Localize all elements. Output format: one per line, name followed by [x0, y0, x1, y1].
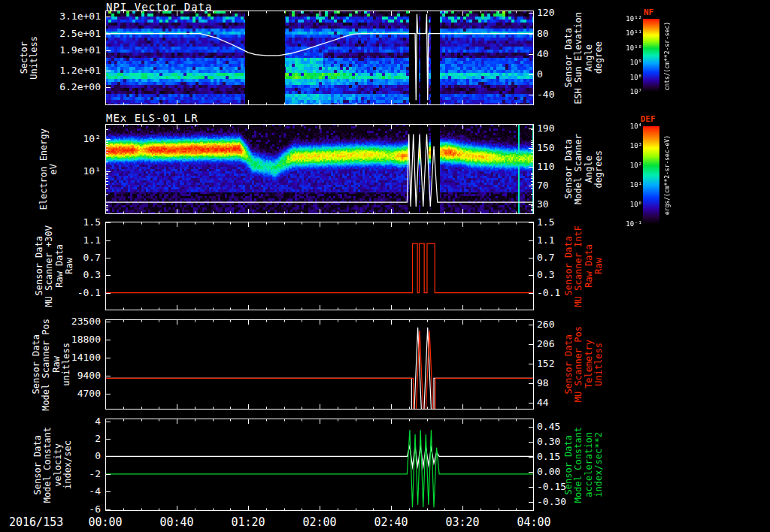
cb2-tick-2: 10²: [615, 162, 642, 169]
panel2-left-axis-label-line1: Electron Energy: [39, 128, 49, 210]
cb1-tick-0: 10¹²: [615, 15, 642, 23]
cb1-tick-5: 10⁷: [615, 88, 642, 95]
x-axis-tick-2: 01:20: [218, 515, 278, 529]
colorbar1-unit: cnts/(cm**2-sr-sec): [665, 8, 671, 105]
panel2-right-axis-label-line4: degrees: [594, 150, 604, 189]
panel5-left-axis-label: Sensor DataModel Constantvelocityindex/s…: [33, 419, 74, 511]
panel2-right-axis-label-line1: Sensor Data: [564, 139, 574, 198]
panel2-right-axis-label: Sensor DataModel ScannerAngledegrees: [564, 124, 605, 214]
colorbar2-title: DEF: [641, 114, 656, 124]
panel1-left-tick-0: 3.1e+01: [44, 11, 101, 22]
cb2-tick-3: 10¹: [615, 181, 642, 189]
panel4-right-tick-1: 206: [537, 338, 554, 349]
panel4-left-axis-label-line4: unitless: [62, 343, 71, 386]
panel1-right-axis-label-line1: Sensor Data: [564, 28, 574, 87]
panel4-right-tick-4: 44: [537, 397, 549, 408]
cb1-tick-1: 10¹¹: [615, 29, 642, 37]
panel4-right-tick-3: 98: [537, 377, 549, 388]
panel1-right-tick-3: 0: [537, 68, 543, 80]
panel3-right-tick-1: 1.1: [537, 234, 554, 246]
panel5-right-tick-0: 0.45: [537, 421, 560, 432]
panel2-right-axis-label-line2: Model Scanner: [574, 134, 584, 204]
colorbar2-canvas: [643, 126, 659, 224]
cb1-tick-2: 10¹⁰: [615, 44, 642, 52]
panel1-right-tick-1: 80: [537, 28, 549, 39]
panel4-right-axis-label: Sensor DataMU Scanner PosTelemetryUnitle…: [564, 319, 605, 410]
panel4-left-axis-label: Sensor DataModel Scanner PosRawunitless: [32, 319, 72, 410]
panel4-right-tick-0: 260: [537, 319, 554, 330]
panel5-right-axis-label-line3: acceleration: [584, 432, 594, 497]
panel2-heatmap-canvas: [105, 124, 534, 214]
colorbar1-title: NF: [644, 8, 653, 17]
colorbar2-unit: ergs/(cm**2-sr-sec-eV): [665, 122, 671, 228]
panel1-right-axis-label-line4: degree: [594, 41, 604, 74]
panel4-right-axis-label-line3: Telemetry: [584, 340, 594, 388]
panel1-left-tick-1: 2.5e+01: [44, 28, 101, 39]
panel5-right-axis-label-line1: Sensor Data: [564, 435, 574, 494]
panel5-left-axis-label-line3: velocity: [53, 443, 63, 487]
panel4-right-axis-label-line2: MU Scanner Pos: [574, 326, 584, 402]
panel4-line-canvas: [105, 319, 534, 410]
panel2-right-tick-3: 70: [537, 180, 549, 191]
panel2-right-axis-label-line3: Angle: [584, 156, 594, 183]
panel4-right-tick-2: 152: [537, 358, 554, 369]
x-axis-tick-4: 02:40: [361, 515, 421, 529]
panel3-right-axis-label-line4: Raw: [594, 258, 604, 274]
panel2-right-tick-0: 190: [537, 122, 554, 134]
panel5-right-axis-label-line2: Model Constant: [574, 427, 584, 503]
panel1-right-tick-2: 40: [537, 48, 549, 59]
panel3-left-axis-label-line2: MU Scanner +30V: [44, 225, 54, 307]
panel2-title: MEx ELS-01 LR: [106, 112, 199, 124]
panel3-right-tick-2: 0.7: [537, 252, 554, 263]
panel3-left-axis-label-line4: Raw: [65, 258, 74, 274]
panel3-left-axis-label-line3: Raw Data: [55, 244, 65, 288]
panel1-left-tick-4: 6.2e+00: [44, 81, 101, 92]
panel2-right-tick-1: 150: [537, 142, 554, 153]
panel1-right-tick-0: 120: [537, 7, 554, 18]
panel5-left-axis-label-line2: Model Constant: [43, 427, 53, 503]
panel3-right-axis-label-line1: Sensor Data: [564, 236, 574, 295]
x-axis-tick-3: 02:00: [290, 515, 350, 529]
colorbar2-unit-text: ergs/(cm**2-sr-sec-eV): [665, 135, 671, 215]
panel1-left-axis-label: SectorUnitless: [20, 11, 40, 105]
panel2-right-tick-4: 30: [537, 198, 549, 210]
panel5-right-tick-3: 0.00: [537, 466, 560, 477]
panel3-line-canvas: [105, 222, 534, 310]
panel1-heatmap-canvas: [105, 11, 534, 105]
panel1-left-tick-3: 1.2e+01: [44, 65, 101, 76]
panel4-left-axis-label-line1: Sensor Data: [32, 334, 41, 394]
panel5-right-tick-2: 0.15: [537, 451, 560, 462]
panel1-right-axis-label: Sensor DataESH Sun ElevationAngledegree: [564, 11, 605, 105]
x-axis-tick-5: 03:20: [432, 515, 493, 529]
panel3-right-axis-label: Sensor DataMU Scanner IntFRaw DataRaw: [564, 222, 605, 310]
panel1-left-tick-2: 1.9e+01: [44, 44, 101, 56]
panel5-right-axis-label-line4: index/sec**2: [594, 432, 604, 497]
panel2-right-tick-2: 110: [537, 161, 554, 172]
panel3-right-axis-label-line2: MU Scanner IntF: [574, 225, 584, 307]
panel3-left-axis-label-line1: Sensor Data: [35, 236, 44, 295]
panel5-right-tick-4: -0.15: [537, 481, 566, 492]
cb1-tick-3: 10⁹: [615, 59, 642, 66]
panel4-right-axis-label-line1: Sensor Data: [564, 334, 574, 394]
colorbar1-unit-text: cnts/(cm**2-sr-sec): [665, 22, 671, 91]
colorbar1-canvas: [643, 19, 659, 92]
panel1-left-axis-label-line2: Unitless: [29, 36, 39, 80]
panel1-left-axis-label-line1: Sector: [20, 41, 29, 74]
panel3-left-axis-label: Sensor DataMU Scanner +30VRaw DataRaw: [35, 222, 75, 310]
panel4-left-axis-label-line2: Model Scanner Pos: [41, 319, 51, 411]
cb2-tick-5: 10⁻¹: [615, 220, 642, 228]
panel3-right-tick-0: 1.5: [537, 216, 554, 228]
panel1-right-tick-4: -40: [537, 89, 554, 100]
panel3-right-tick-3: 0.3: [537, 269, 554, 280]
date-label: 2016/153: [9, 515, 63, 529]
panel3-right-tick-4: -0.1: [537, 287, 560, 298]
cb2-tick-4: 10⁰: [615, 201, 642, 208]
panel5-right-tick-1: 0.30: [537, 436, 560, 447]
figure-root: NPI Vector Data MEx ELS-01 LR NF DEF cnt…: [0, 0, 770, 532]
x-axis-tick-6: 04:00: [504, 515, 564, 529]
cb2-tick-1: 10³: [615, 142, 642, 150]
panel1-right-axis-label-line2: ESH Sun Elevation: [574, 12, 584, 104]
panel4-right-axis-label-line4: Unitless: [594, 343, 604, 386]
panel5-left-axis-label-line1: Sensor Data: [33, 435, 43, 494]
cb2-tick-0: 10⁴: [615, 122, 642, 130]
